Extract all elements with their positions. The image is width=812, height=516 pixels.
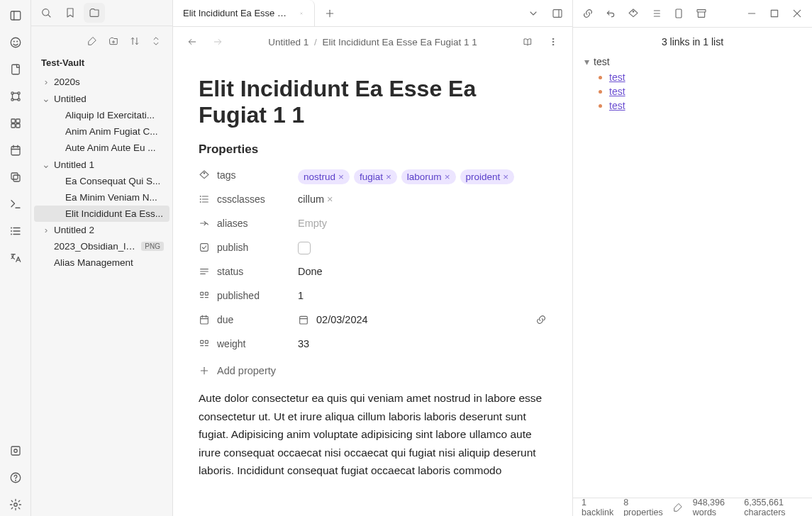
- prop-row-published[interactable]: published 1: [199, 286, 547, 310]
- prop-row-cssclasses[interactable]: cssclasses cillum×: [199, 189, 547, 213]
- tab-dropdown-button[interactable]: [523, 3, 544, 24]
- tag-chip[interactable]: nostrud×: [298, 169, 350, 184]
- status-edit-mode[interactable]: [673, 503, 683, 512]
- settings-icon[interactable]: [4, 493, 27, 516]
- tags-pane-button[interactable]: [623, 3, 644, 24]
- window-close-button[interactable]: [786, 3, 808, 24]
- prop-row-due[interactable]: due 02/03/2024: [199, 310, 547, 334]
- weight-value[interactable]: 33: [298, 338, 309, 349]
- tree-file[interactable]: Elit Incididunt Ea Ess...: [34, 206, 169, 222]
- archive-button[interactable]: [691, 3, 712, 24]
- chevron-icon: ›: [41, 77, 51, 87]
- backlinks-button[interactable]: [600, 3, 621, 24]
- status-properties[interactable]: 8 properties: [623, 498, 663, 517]
- tree-folder[interactable]: ⌄Untitled: [34, 90, 169, 107]
- prop-row-aliases[interactable]: aliases Empty: [199, 213, 547, 237]
- list-icon[interactable]: [4, 220, 27, 242]
- tag-chip[interactable]: laborum×: [401, 169, 456, 184]
- tree-file[interactable]: Aliquip Id Exercitati...: [34, 107, 169, 123]
- svg-rect-16: [11, 124, 15, 128]
- doc-title[interactable]: Elit Incididunt Ea Esse Ea Fugiat 1 1: [199, 76, 547, 128]
- tree-file[interactable]: 2023_Obsidian_lo...PNG: [34, 238, 169, 254]
- nav-forward-button[interactable]: [208, 33, 227, 51]
- new-tab-button[interactable]: [319, 3, 340, 24]
- reading-mode-button[interactable]: [518, 33, 537, 51]
- svg-point-34: [15, 480, 16, 481]
- new-note-button[interactable]: [83, 32, 101, 50]
- breadcrumb-parent[interactable]: Untitled 1: [268, 37, 308, 47]
- more-options-button[interactable]: [544, 33, 562, 51]
- graph-icon[interactable]: [4, 85, 27, 108]
- svg-point-60: [200, 202, 201, 203]
- window-maximize-button[interactable]: [764, 3, 785, 24]
- files-tab-button[interactable]: [84, 3, 105, 23]
- properties-heading: Properties: [199, 142, 547, 157]
- status-value[interactable]: Done: [298, 266, 323, 277]
- tab[interactable]: Elit Incididunt Ea Esse Ea F...: [173, 0, 315, 26]
- publish-checkbox[interactable]: [298, 242, 311, 254]
- new-folder-button[interactable]: [104, 32, 123, 50]
- translate-icon[interactable]: [4, 247, 27, 269]
- svg-rect-69: [201, 316, 208, 324]
- toggle-right-sidebar-button[interactable]: [547, 3, 568, 24]
- link-group-header[interactable]: ▾ test: [584, 56, 801, 67]
- calendar-icon[interactable]: [4, 139, 27, 162]
- vault-name[interactable]: Test-Vault: [31, 55, 172, 74]
- tree-file[interactable]: Alias Management: [34, 254, 169, 271]
- tag-chip[interactable]: fugiat×: [354, 169, 397, 184]
- breadcrumb[interactable]: Untitled 1 / Elit Incididunt Ea Esse Ea …: [234, 37, 511, 47]
- svg-rect-61: [201, 244, 208, 252]
- status-characters[interactable]: 6,355,661 characters: [744, 498, 803, 517]
- prop-label: publish: [217, 242, 248, 253]
- status-backlinks[interactable]: 1 backlink: [582, 498, 613, 517]
- outgoing-links-button[interactable]: [577, 3, 599, 24]
- command-icon[interactable]: [4, 193, 27, 215]
- prop-row-status[interactable]: status Done: [199, 262, 547, 286]
- cssclass-chip[interactable]: cillum×: [298, 194, 333, 205]
- copy-icon[interactable]: [4, 166, 27, 189]
- tree-file[interactable]: Ea Minim Veniam N...: [34, 189, 169, 206]
- link[interactable]: test: [609, 72, 625, 83]
- tree-folder[interactable]: ›2020s: [34, 74, 169, 90]
- file-ext-badge: PNG: [141, 242, 164, 251]
- sort-button[interactable]: [126, 32, 144, 50]
- prop-row-publish[interactable]: publish: [199, 237, 547, 262]
- body-text[interactable]: Aute dolor consectetur ea quis qui venia…: [199, 389, 547, 480]
- file-pane-button[interactable]: [668, 3, 689, 24]
- link[interactable]: test: [609, 100, 625, 111]
- search-tab-button[interactable]: [35, 3, 57, 23]
- tree-file[interactable]: Aute Anim Aute Eu ...: [34, 140, 169, 156]
- link-icon[interactable]: [535, 314, 547, 325]
- nav-back-button[interactable]: [183, 33, 201, 51]
- apps-icon[interactable]: [4, 112, 27, 135]
- due-value[interactable]: 02/03/2024: [316, 314, 368, 325]
- tag-chip[interactable]: proident×: [460, 169, 515, 184]
- remove-tag-icon[interactable]: ×: [386, 172, 391, 182]
- remove-tag-icon[interactable]: ×: [445, 172, 450, 182]
- emoji-icon[interactable]: [4, 31, 27, 54]
- template-icon[interactable]: [4, 58, 27, 81]
- published-value[interactable]: 1: [298, 290, 304, 301]
- collapse-button[interactable]: [147, 32, 165, 50]
- status-words[interactable]: 948,396 words: [693, 498, 735, 517]
- tree-file[interactable]: Anim Anim Fugiat C...: [34, 123, 169, 140]
- remove-tag-icon[interactable]: ×: [338, 172, 344, 182]
- remove-tag-icon[interactable]: ×: [503, 172, 508, 182]
- outline-button[interactable]: [645, 3, 667, 24]
- bookmark-tab-button[interactable]: [60, 3, 81, 23]
- remove-chip-icon[interactable]: ×: [327, 194, 333, 205]
- vault-icon[interactable]: [4, 439, 27, 462]
- breadcrumb-current[interactable]: Elit Incididunt Ea Esse Ea Fugiat 1 1: [322, 37, 477, 47]
- window-minimize-button[interactable]: [741, 3, 762, 24]
- document-body[interactable]: Elit Incididunt Ea Esse Ea Fugiat 1 1 Pr…: [173, 57, 572, 516]
- tree-folder[interactable]: ⌄Untitled 1: [34, 156, 169, 173]
- tree-file[interactable]: Ea Consequat Qui S...: [34, 173, 169, 189]
- tab-close-button[interactable]: [296, 8, 307, 19]
- toggle-left-sidebar-button[interactable]: [4, 4, 27, 27]
- prop-row-weight[interactable]: weight 33: [199, 334, 547, 358]
- prop-row-tags[interactable]: tags nostrud×fugiat×laborum×proident×: [199, 165, 547, 189]
- help-icon[interactable]: [4, 466, 27, 489]
- link[interactable]: test: [609, 86, 625, 97]
- add-property-button[interactable]: Add property: [199, 358, 547, 389]
- tree-folder[interactable]: ›Untitled 2: [34, 222, 169, 238]
